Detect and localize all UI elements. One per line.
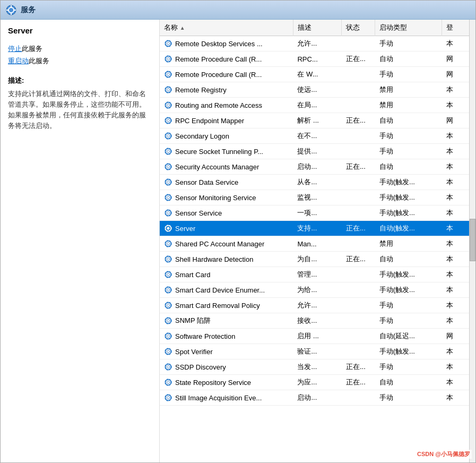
cell-login: 本 bbox=[442, 98, 469, 113]
cell-desc: 启用 ... bbox=[293, 329, 341, 344]
cell-desc: 支持... bbox=[293, 221, 341, 236]
sidebar-actions: 停止此服务 重启动此服务 bbox=[8, 42, 152, 67]
table-row[interactable]: Still Image Acquisition Eve...启动...手动本 bbox=[160, 390, 469, 406]
service-name-cell: Shared PC Account Manager bbox=[160, 236, 293, 252]
cell-desc: 在不... bbox=[293, 128, 341, 144]
cell-state bbox=[342, 190, 375, 205]
cell-desc: 接收... bbox=[293, 313, 341, 329]
window-title: 服务 bbox=[21, 5, 36, 15]
stop-service-link[interactable]: 停止 bbox=[8, 45, 22, 53]
cell-state bbox=[342, 298, 375, 313]
table-row[interactable]: Server支持...正在...自动(触发...本 bbox=[160, 221, 469, 236]
scrollbar[interactable] bbox=[469, 20, 475, 462]
table-row[interactable]: Software Protection启用 ...自动(延迟...网 bbox=[160, 329, 469, 344]
service-name-text: Software Protection bbox=[175, 332, 235, 340]
service-name-cell: Remote Procedure Call (R... bbox=[160, 67, 293, 82]
cell-start_type: 手动(触发... bbox=[375, 205, 442, 221]
table-row[interactable]: Spot Verifier验证...手动(触发...本 bbox=[160, 344, 469, 359]
cell-start_type: 禁用 bbox=[375, 82, 442, 98]
svg-point-17 bbox=[167, 73, 169, 75]
service-name-cell: State Repository Service bbox=[160, 375, 293, 390]
svg-point-29 bbox=[167, 119, 169, 122]
service-name-text: Remote Procedure Call (R... bbox=[175, 55, 262, 63]
cell-login: 本 bbox=[442, 175, 469, 190]
svg-point-25 bbox=[167, 104, 169, 106]
cell-login: 本 bbox=[442, 359, 469, 375]
app-icon bbox=[6, 5, 16, 15]
table-row[interactable]: Smart Card管理...手动(触发...本 bbox=[160, 267, 469, 282]
table-row[interactable]: Remote Procedure Call (R...在 W...手动网 bbox=[160, 67, 469, 82]
cell-start_type: 自动 bbox=[375, 159, 442, 175]
service-name-text: Smart Card Device Enumer... bbox=[175, 286, 265, 294]
svg-point-57 bbox=[167, 227, 169, 229]
service-name-cell: Remote Procedure Call (R... bbox=[160, 52, 293, 67]
svg-point-85 bbox=[167, 335, 169, 337]
service-name-cell: Server bbox=[160, 221, 293, 236]
service-name-cell: Smart Card Removal Policy bbox=[160, 298, 293, 313]
restart-action-line: 重启动此服务 bbox=[8, 55, 152, 67]
restart-service-link[interactable]: 重启动 bbox=[8, 57, 29, 65]
cell-desc: 从各... bbox=[293, 175, 341, 190]
service-name-cell: RPC Endpoint Mapper bbox=[160, 113, 293, 128]
svg-point-45 bbox=[167, 181, 169, 183]
cell-desc: 验证... bbox=[293, 344, 341, 359]
table-row[interactable]: Sensor Service一项...手动(触发...本 bbox=[160, 205, 469, 221]
table-row[interactable]: Shell Hardware Detection为自...正在...自动本 bbox=[160, 252, 469, 267]
table-row[interactable]: RPC Endpoint Mapper解析 ...正在...自动网 bbox=[160, 113, 469, 128]
service-name-cell: Remote Registry bbox=[160, 82, 293, 98]
table-row[interactable]: Remote Procedure Call (R...RPC...正在...自动… bbox=[160, 52, 469, 67]
cell-login: 本 bbox=[442, 82, 469, 98]
cell-start_type: 禁用 bbox=[375, 236, 442, 252]
table-row[interactable]: Sensor Data Service从各...手动(触发...本 bbox=[160, 175, 469, 190]
gear-icon bbox=[164, 332, 172, 340]
cell-login: 网 bbox=[442, 67, 469, 82]
service-name-cell: Sensor Monitoring Service bbox=[160, 190, 293, 205]
table-row[interactable]: Routing and Remote Access在局...禁用本 bbox=[160, 98, 469, 113]
cell-start_type: 自动(延迟... bbox=[375, 329, 442, 344]
cell-state: 正在... bbox=[342, 113, 375, 128]
service-name-text: Spot Verifier bbox=[175, 348, 213, 356]
cell-state: 正在... bbox=[342, 252, 375, 267]
cell-login: 本 bbox=[442, 267, 469, 282]
gear-icon bbox=[164, 224, 172, 233]
cell-desc: Man... bbox=[293, 236, 341, 252]
table-row[interactable]: SSDP Discovery当发...正在...手动本 bbox=[160, 359, 469, 375]
table-row[interactable]: Shared PC Account ManagerMan...禁用本 bbox=[160, 236, 469, 252]
cell-login: 本 bbox=[442, 344, 469, 359]
cell-state bbox=[342, 82, 375, 98]
svg-point-13 bbox=[167, 58, 169, 60]
cell-desc: 一项... bbox=[293, 205, 341, 221]
main-window: 服务 Server 停止此服务 重启动此服务 描述: 支持此计算机通过网络的文件… bbox=[0, 0, 476, 463]
service-name-cell: SNMP 陷阱 bbox=[160, 313, 293, 329]
svg-point-49 bbox=[167, 196, 169, 199]
main-panel: 名称 ▲ 描述 状态 启动类型 登 Remote Desktop Service… bbox=[160, 20, 469, 462]
cell-state bbox=[342, 98, 375, 113]
cell-login: 网 bbox=[442, 113, 469, 128]
table-row[interactable]: Security Accounts Manager启动...正在...自动本 bbox=[160, 159, 469, 175]
gear-icon bbox=[164, 378, 172, 387]
table-row[interactable]: Sensor Monitoring Service监视...手动(触发...本 bbox=[160, 190, 469, 205]
table-row[interactable]: State Repository Service为应...正在...自动本 bbox=[160, 375, 469, 390]
content-area: Server 停止此服务 重启动此服务 描述: 支持此计算机通过网络的文件、打印… bbox=[1, 20, 475, 462]
cell-start_type: 自动 bbox=[375, 375, 442, 390]
service-name-cell: SSDP Discovery bbox=[160, 359, 293, 375]
table-row[interactable]: Smart Card Device Enumer...为给...手动(触发...… bbox=[160, 282, 469, 298]
svg-point-97 bbox=[167, 381, 169, 383]
table-container[interactable]: 名称 ▲ 描述 状态 启动类型 登 Remote Desktop Service… bbox=[160, 20, 469, 462]
service-name-text: Security Accounts Manager bbox=[175, 163, 259, 171]
table-row[interactable]: Secure Socket Tunneling P...提供...手动本 bbox=[160, 144, 469, 159]
table-row[interactable]: Secondary Logon在不...手动本 bbox=[160, 128, 469, 144]
gear-icon bbox=[164, 39, 172, 48]
cell-start_type: 自动(触发... bbox=[375, 221, 442, 236]
table-row[interactable]: SNMP 陷阱接收...手动本 bbox=[160, 313, 469, 329]
table-row[interactable]: Smart Card Removal Policy允许...手动本 bbox=[160, 298, 469, 313]
cell-start_type: 手动 bbox=[375, 144, 442, 159]
service-name-text: Sensor Data Service bbox=[175, 178, 238, 186]
table-row[interactable]: Remote Registry使远...禁用本 bbox=[160, 82, 469, 98]
svg-point-77 bbox=[167, 304, 169, 306]
service-name-cell: Secondary Logon bbox=[160, 128, 293, 144]
cell-state bbox=[342, 67, 375, 82]
service-name-cell: Secure Socket Tunneling P... bbox=[160, 144, 293, 159]
scrollbar-thumb[interactable] bbox=[470, 219, 475, 261]
table-row[interactable]: Remote Desktop Services ...允许...手动本 bbox=[160, 36, 469, 52]
